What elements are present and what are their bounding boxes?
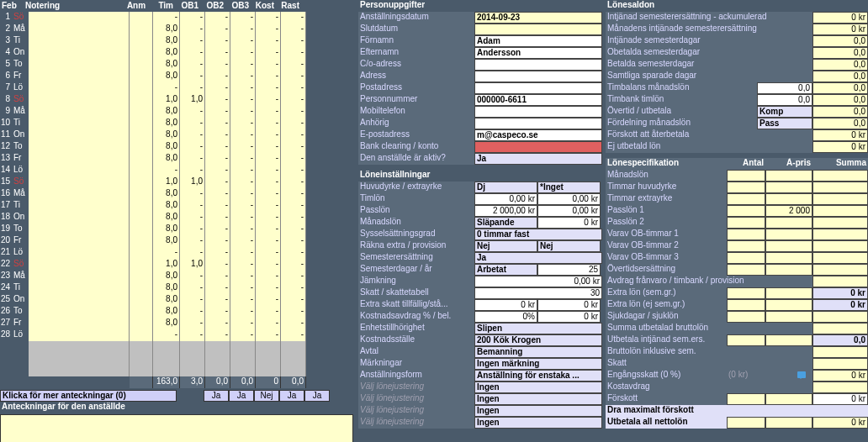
anm-cell[interactable]	[130, 259, 153, 271]
field-value[interactable]	[474, 106, 602, 118]
spec-summa[interactable]	[812, 240, 868, 252]
calendar-row[interactable]: 2Må8,0-----	[0, 24, 355, 35]
spec-antal[interactable]	[727, 299, 765, 311]
field-value-1[interactable]: 0%	[474, 311, 537, 323]
kost-cell[interactable]: -	[256, 282, 281, 294]
anm-cell[interactable]	[130, 24, 153, 35]
spec-summa[interactable]: 0 kr	[812, 370, 868, 381]
spec-apris[interactable]	[765, 217, 812, 229]
notering-cell[interactable]	[29, 153, 130, 165]
anm-cell[interactable]	[130, 71, 153, 82]
field-value[interactable]: 2014-09-23	[474, 12, 602, 24]
ob3-cell[interactable]: -	[230, 259, 256, 271]
kost-cell[interactable]: -	[256, 24, 281, 35]
ob2-cell[interactable]: -	[205, 329, 230, 341]
calendar-row[interactable]: 6Fr8,0-----	[0, 71, 355, 82]
field-value[interactable]: Ingen	[474, 405, 602, 417]
ob2-cell[interactable]: -	[205, 94, 230, 106]
ob2-cell[interactable]: -	[205, 212, 230, 224]
notering-cell[interactable]	[29, 212, 130, 224]
anm-cell[interactable]	[130, 141, 153, 153]
ob3-cell[interactable]: -	[230, 200, 256, 212]
ob1-cell[interactable]: -	[180, 247, 205, 259]
notering-cell[interactable]	[29, 59, 130, 71]
kost-cell[interactable]: -	[256, 165, 281, 176]
ob3-cell[interactable]: -	[230, 318, 256, 329]
notering-cell[interactable]	[29, 318, 130, 329]
calendar-row[interactable]: 9Må8,0-----	[0, 106, 355, 118]
spec-antal[interactable]	[727, 217, 765, 229]
anm-cell[interactable]	[130, 306, 153, 318]
rast-cell[interactable]: -	[281, 259, 306, 271]
anm-cell[interactable]	[130, 129, 153, 141]
kost-cell[interactable]: -	[256, 212, 281, 224]
ob1-cell[interactable]: -	[180, 271, 205, 282]
tim-cell[interactable]: 8,0	[153, 47, 180, 59]
rast-cell[interactable]: -	[281, 200, 306, 212]
rast-cell[interactable]: -	[281, 24, 306, 35]
spec-apris[interactable]	[765, 299, 812, 311]
notering-cell[interactable]	[29, 35, 130, 47]
rast-cell[interactable]: -	[281, 329, 306, 341]
tim-cell[interactable]: 8,0	[153, 306, 180, 318]
calendar-row[interactable]: 25On8,0-----	[0, 294, 355, 306]
ob3-cell[interactable]: -	[230, 71, 256, 82]
calendar-row[interactable]: 28Lö------	[0, 329, 355, 341]
spec-summa[interactable]: 0 kr	[812, 393, 868, 405]
field-value-2[interactable]: 0 kr	[537, 217, 601, 229]
ob1-cell[interactable]: 1,0	[180, 259, 205, 271]
ob1-cell[interactable]: -	[180, 129, 205, 141]
ob2-cell[interactable]: -	[205, 153, 230, 165]
kost-cell[interactable]: -	[256, 118, 281, 129]
field-value[interactable]: Ja	[474, 252, 602, 264]
calendar-row[interactable]: 18On8,0-----	[0, 212, 355, 224]
tim-cell[interactable]: 8,0	[153, 129, 180, 141]
ob3-cell[interactable]: -	[230, 94, 256, 106]
kost-cell[interactable]: -	[256, 306, 281, 318]
spec-summa[interactable]	[812, 217, 868, 229]
saldon-mid-select[interactable]: Komp	[757, 106, 812, 118]
ob3-cell[interactable]: -	[230, 106, 256, 118]
spec-antal[interactable]	[727, 193, 765, 205]
rast-cell[interactable]: -	[281, 294, 306, 306]
ob3-cell[interactable]: -	[230, 271, 256, 282]
anm-cell[interactable]	[130, 200, 153, 212]
rast-cell[interactable]: -	[281, 271, 306, 282]
rast-cell[interactable]: -	[281, 153, 306, 165]
ob1-cell[interactable]: -	[180, 282, 205, 294]
ob1-cell[interactable]: -	[180, 329, 205, 341]
kost-cell[interactable]: -	[256, 94, 281, 106]
spec-antal[interactable]	[727, 393, 765, 405]
saldon-value[interactable]: 0,0	[812, 82, 868, 94]
rast-cell[interactable]: -	[281, 224, 306, 235]
calendar-row[interactable]: 3Ti8,0-----	[0, 35, 355, 47]
ob1-cell[interactable]: 1,0	[180, 94, 205, 106]
notering-cell[interactable]	[29, 12, 130, 24]
notering-cell[interactable]	[29, 71, 130, 82]
field-value-1[interactable]: Dj	[474, 182, 537, 193]
rast-cell[interactable]: -	[281, 176, 306, 188]
anm-cell[interactable]	[130, 224, 153, 235]
opt-ja3[interactable]: Ja	[279, 390, 304, 402]
tim-cell[interactable]: 8,0	[153, 212, 180, 224]
tim-cell[interactable]: -	[153, 247, 180, 259]
rast-cell[interactable]: -	[281, 59, 306, 71]
field-value[interactable]: Ingen	[474, 381, 602, 393]
spec-apris[interactable]	[765, 229, 812, 240]
kost-cell[interactable]: -	[256, 35, 281, 47]
kost-cell[interactable]: -	[256, 247, 281, 259]
anm-cell[interactable]	[130, 47, 153, 59]
spec-apris[interactable]	[765, 240, 812, 252]
field-value[interactable]: 200 Kök Krogen	[474, 334, 602, 346]
rast-cell[interactable]: -	[281, 94, 306, 106]
notering-cell[interactable]	[29, 259, 130, 271]
ob3-cell[interactable]: -	[230, 12, 256, 24]
tim-cell[interactable]: -	[153, 12, 180, 24]
notering-cell[interactable]	[29, 141, 130, 153]
ob1-cell[interactable]: -	[180, 141, 205, 153]
rast-cell[interactable]: -	[281, 71, 306, 82]
anm-cell[interactable]	[130, 188, 153, 200]
tim-cell[interactable]: 8,0	[153, 118, 180, 129]
spec-action[interactable]: Dra maximalt förskott	[606, 405, 868, 417]
notering-cell[interactable]	[29, 106, 130, 118]
